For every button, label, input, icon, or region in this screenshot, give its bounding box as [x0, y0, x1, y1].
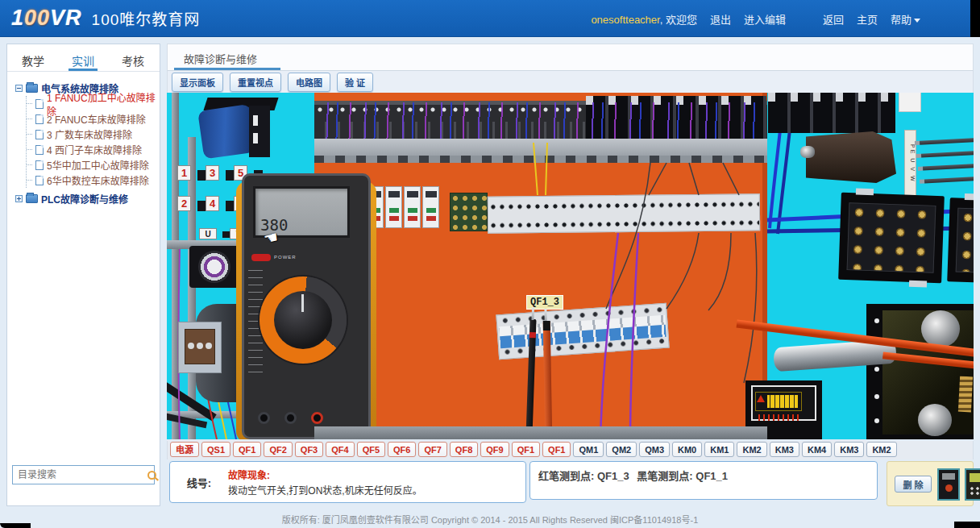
tree-root-plc[interactable]: PLC故障诊断与维修 [15, 190, 156, 206]
drive-slot [253, 133, 258, 143]
btn-power[interactable]: 电源 [170, 442, 199, 457]
servo-drive-blue[interactable] [199, 98, 276, 162]
btn-qm1[interactable]: QM1 [573, 442, 604, 457]
tab-assessment[interactable]: 考核 [118, 52, 147, 71]
btn-qf8[interactable]: QF8 [450, 442, 478, 457]
brass-coupling [958, 376, 973, 413]
tree-item-label: 4 西门子车床故障排除 [47, 143, 142, 156]
btn-km4[interactable]: KM4 [802, 442, 832, 457]
tree-item-fanuc-machining[interactable]: 1 FANUC加工中心故障排除 [27, 96, 156, 111]
file-icon [35, 176, 44, 185]
file-icon [35, 99, 44, 109]
site-name: 100唯尔教育网 [92, 7, 201, 29]
rotary-dial[interactable] [274, 291, 332, 349]
circuit-diagram-button[interactable]: 电路图 [288, 73, 330, 92]
btn-km3b[interactable]: KM3 [834, 442, 864, 457]
wire-dark [708, 233, 731, 310]
enter-edit-link[interactable]: 进入编辑 [744, 11, 786, 27]
help-link[interactable]: 帮助 [891, 11, 920, 27]
help-label: 帮助 [891, 14, 911, 26]
logout-link[interactable]: 退出 [710, 11, 731, 27]
chevron-down-icon [914, 19, 920, 23]
power-terminal-block[interactable] [947, 197, 974, 284]
search-icon[interactable] [147, 471, 156, 480]
verify-button[interactable]: 验 证 [337, 73, 373, 92]
red-pen-label: 红笔测到点: [538, 470, 594, 482]
btn-km0[interactable]: KM0 [672, 442, 702, 457]
expand-icon[interactable] [15, 195, 23, 202]
drive-side [249, 106, 270, 157]
servo-shaft [800, 146, 815, 158]
btn-qf5[interactable]: QF5 [357, 442, 385, 457]
welcome-text: , 欢迎您 [660, 14, 697, 26]
course-tree: 电气系统故障排除 1 FANUC加工中心故障排除 2 FANUC车床故障排除 3… [7, 72, 160, 206]
btn-qf1b[interactable]: QF1 [512, 442, 540, 457]
wire-purple [600, 233, 618, 439]
power-button[interactable] [251, 254, 271, 261]
tester-tool-thumb[interactable] [965, 468, 980, 501]
wire-yellow [546, 143, 547, 195]
tree-item-siemens-lathe[interactable]: 4 西门子车床故障排除 [27, 142, 156, 157]
fault-description: 拨动空气开关,打到ON状态,机床无任何反应。 [228, 483, 422, 497]
screen-corner-artifact [954, 522, 980, 528]
simulation-viewport[interactable]: QF1_3 [167, 93, 974, 439]
screen-corner-artifact [970, 0, 980, 37]
servo-motor[interactable] [806, 131, 896, 183]
username: onesoftteacher [591, 14, 659, 26]
port-vohm[interactable] [311, 412, 323, 424]
fault-info-panel: 线号: 故障现象: 拨动空气开关,打到ON状态,机床无任何反应。 [169, 461, 526, 503]
tab-teaching[interactable]: 教学 [19, 52, 48, 71]
cooling-fan[interactable] [189, 246, 239, 288]
tree-item-gsk-lathe[interactable]: 3 广数车床故障排除 [27, 127, 156, 142]
back-link[interactable]: 返回 [823, 11, 844, 27]
btn-qf1c[interactable]: QF1 [542, 442, 571, 457]
btn-qf1[interactable]: QF1 [233, 442, 261, 457]
fan-blade [198, 251, 230, 283]
file-icon [35, 145, 44, 155]
btn-qf4[interactable]: QF4 [326, 442, 354, 457]
tree-root-label: PLC故障诊断与维修 [41, 192, 128, 206]
btn-qf2[interactable]: QF2 [264, 442, 292, 457]
probe-band [529, 332, 536, 338]
show-panel-button[interactable]: 显示面板 [172, 73, 223, 92]
btn-qf7[interactable]: QF7 [418, 442, 446, 457]
power-label: POWER [274, 255, 297, 260]
fault-title: 故障现象: [228, 468, 422, 481]
machine-assembly[interactable] [866, 304, 974, 439]
course-sidebar: 教学 实训 考核 电气系统故障排除 1 FANUC加工中心故障排除 2 FANU… [6, 44, 160, 506]
cylinder [918, 404, 952, 436]
tree-item-huazhong-cnc[interactable]: 6华中数控车床故障排除 [27, 173, 156, 188]
relay-row-right[interactable] [768, 93, 895, 133]
tab-fault-diagnosis[interactable]: 故障诊断与维修 [184, 51, 257, 66]
btn-qf9[interactable]: QF9 [480, 442, 509, 457]
multimeter[interactable]: 380 POWER [242, 173, 371, 439]
tab-training[interactable]: 实训 [69, 52, 98, 71]
wire-dark [689, 163, 699, 195]
power-terminal-block[interactable] [838, 193, 945, 283]
collapse-icon[interactable] [15, 85, 23, 92]
btn-qs1[interactable]: QS1 [201, 442, 230, 457]
site-logo[interactable]: 100VR [11, 6, 82, 31]
home-link[interactable]: 主页 [857, 11, 878, 27]
btn-km3[interactable]: KM3 [770, 442, 799, 457]
wire-tag: 2 [177, 196, 191, 211]
sidebar-tabs: 教学 实训 考核 [7, 44, 160, 72]
motor-terminal-box[interactable] [178, 322, 222, 373]
btn-qf3[interactable]: QF3 [295, 442, 323, 457]
btn-km2b[interactable]: KM2 [866, 442, 896, 457]
tree-item-huazhong-machining[interactable]: 5华中加工中心故障排除 [27, 157, 156, 173]
port[interactable] [258, 412, 270, 424]
logo-oo: 00 [24, 6, 50, 30]
btn-qm3[interactable]: QM3 [639, 442, 670, 457]
multimeter-tool-thumb[interactable] [937, 468, 960, 501]
wire-tag: 4 [206, 196, 219, 211]
port-com[interactable] [284, 412, 297, 424]
tree-item-fanuc-lathe[interactable]: 2 FANUC车床故障排除 [27, 111, 156, 127]
btn-qm2[interactable]: QM2 [606, 442, 637, 457]
delete-button[interactable]: 删 除 [895, 476, 932, 493]
btn-qf6[interactable]: QF6 [388, 442, 416, 457]
reset-view-button[interactable]: 重置视点 [230, 73, 281, 92]
search-input[interactable] [13, 469, 147, 480]
btn-km2[interactable]: KM2 [737, 442, 766, 457]
btn-km1[interactable]: KM1 [704, 442, 734, 457]
